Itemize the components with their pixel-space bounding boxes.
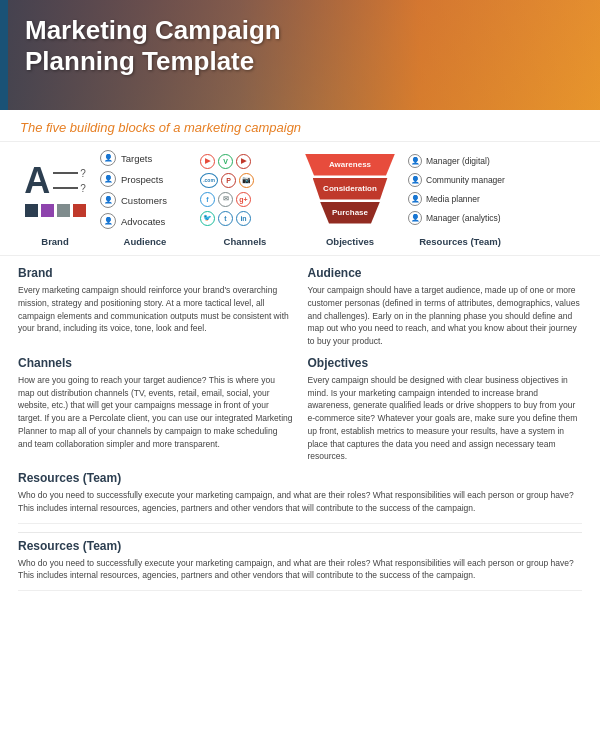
two-col-2: Channels How are you going to reach your… bbox=[18, 356, 582, 463]
ch-facebook-icon: f bbox=[200, 192, 215, 207]
resources-title-2: Resources (Team) bbox=[18, 539, 582, 553]
resource-media-planner: 👤 Media planner bbox=[408, 192, 512, 206]
brand-letter-a: A bbox=[24, 163, 50, 199]
channel-row-1: ▶ V ▶ bbox=[200, 154, 290, 169]
label-brand: Brand bbox=[15, 234, 95, 249]
targets-icon: 👤 bbox=[100, 150, 116, 166]
brand-letter-block: A ? ? bbox=[24, 163, 86, 199]
ch-tumblr-icon: t bbox=[218, 211, 233, 226]
audience-title: Audience bbox=[308, 266, 583, 280]
swatch-4 bbox=[73, 204, 86, 217]
header-content: Marketing Campaign Planning Template bbox=[25, 15, 580, 77]
funnel-consideration: Consideration bbox=[313, 178, 388, 200]
diagram-labels: Brand Audience Channels Objectives Resou… bbox=[15, 234, 585, 249]
ch-website-icon: .com bbox=[200, 173, 218, 188]
resources-text-2: Who do you need to successfully execute … bbox=[18, 557, 582, 583]
label-objectives: Objectives bbox=[295, 234, 405, 249]
brand-text: Every marketing campaign should reinforc… bbox=[18, 284, 293, 335]
two-col-1: Brand Every marketing campaign should re… bbox=[18, 266, 582, 348]
subtitle-text: The five building blocks of a marketing … bbox=[20, 120, 301, 135]
resource-manager-digital: 👤 Manager (digital) bbox=[408, 154, 512, 168]
swatch-2 bbox=[41, 204, 54, 217]
ch-instagram-icon: 📷 bbox=[239, 173, 254, 188]
subtitle: The five building blocks of a marketing … bbox=[0, 110, 600, 142]
section-objectives: Objectives Every campaign should be desi… bbox=[308, 356, 583, 463]
title-line1: Marketing Campaign bbox=[25, 15, 281, 45]
resources-column: 👤 Manager (digital) 👤 Community manager … bbox=[405, 154, 515, 225]
channels-title: Channels bbox=[18, 356, 293, 370]
audience-text: Your campaign should have a target audie… bbox=[308, 284, 583, 348]
audience-targets: 👤 Targets bbox=[100, 150, 190, 166]
brand-column: A ? ? bbox=[15, 163, 95, 217]
resource-label-2: Community manager bbox=[426, 175, 505, 185]
brand-line-1 bbox=[53, 172, 78, 174]
resource-icon-2: 👤 bbox=[408, 173, 422, 187]
divider bbox=[18, 532, 582, 533]
header-blue-bar bbox=[0, 0, 8, 110]
audience-advocates: 👤 Advocates bbox=[100, 213, 190, 229]
awareness-label: Awareness bbox=[329, 160, 371, 169]
ch-twitter-icon: 🐦 bbox=[200, 211, 215, 226]
funnel-awareness: Awareness bbox=[305, 154, 395, 176]
objectives-text: Every campaign should be designed with c… bbox=[308, 374, 583, 463]
resource-community-manager: 👤 Community manager bbox=[408, 173, 512, 187]
prospects-icon: 👤 bbox=[100, 171, 116, 187]
resource-label-3: Media planner bbox=[426, 194, 480, 204]
objectives-title: Objectives bbox=[308, 356, 583, 370]
diagram-grid: A ? ? bbox=[15, 150, 585, 229]
audience-prospects: 👤 Prospects bbox=[100, 171, 190, 187]
audience-customers: 👤 Customers bbox=[100, 192, 190, 208]
brand-swatches bbox=[25, 204, 86, 217]
section-brand: Brand Every marketing campaign should re… bbox=[18, 266, 293, 348]
brand-title: Brand bbox=[18, 266, 293, 280]
audience-column: 👤 Targets 👤 Prospects 👤 Customers 👤 Advo… bbox=[95, 150, 195, 229]
advocates-label: Advocates bbox=[121, 216, 165, 227]
objectives-column: Awareness Consideration Purchase bbox=[295, 154, 405, 226]
ch-youtube-icon: ▶ bbox=[200, 154, 215, 169]
channels-text: How are you going to reach your target a… bbox=[18, 374, 293, 451]
channel-row-2: .com P 📷 bbox=[200, 173, 290, 188]
label-audience: Audience bbox=[95, 234, 195, 249]
swatch-3 bbox=[57, 204, 70, 217]
targets-label: Targets bbox=[121, 153, 152, 164]
ch-pinterest-icon: P bbox=[221, 173, 236, 188]
purchase-label: Purchase bbox=[332, 208, 368, 217]
brand-q2: ? bbox=[80, 183, 86, 194]
section-resources-1: Resources (Team) Who do you need to succ… bbox=[18, 471, 582, 524]
customers-label: Customers bbox=[121, 195, 167, 206]
content-area: Brand Every marketing campaign should re… bbox=[0, 256, 600, 609]
diagram-section: A ? ? bbox=[0, 142, 600, 256]
consideration-label: Consideration bbox=[323, 184, 377, 193]
customers-icon: 👤 bbox=[100, 192, 116, 208]
label-resources: Resources (Team) bbox=[405, 234, 515, 249]
ch-linkedin-icon: in bbox=[236, 211, 251, 226]
ch-gplus-icon: g+ bbox=[236, 192, 251, 207]
brand-q1: ? bbox=[80, 168, 86, 179]
resources-text-1: Who do you need to successfully execute … bbox=[18, 489, 582, 515]
label-channels: Channels bbox=[195, 234, 295, 249]
brand-line-2 bbox=[53, 187, 78, 189]
ch-email-icon: ✉ bbox=[218, 192, 233, 207]
section-channels: Channels How are you going to reach your… bbox=[18, 356, 293, 463]
resource-icon-3: 👤 bbox=[408, 192, 422, 206]
header: Marketing Campaign Planning Template bbox=[0, 0, 600, 110]
header-title: Marketing Campaign Planning Template bbox=[25, 15, 580, 77]
section-resources-2: Resources (Team) Who do you need to succ… bbox=[18, 539, 582, 592]
ch-vine-icon: V bbox=[218, 154, 233, 169]
resource-label-4: Manager (analytics) bbox=[426, 213, 501, 223]
title-line2: Planning Template bbox=[25, 46, 254, 76]
ch-video-icon: ▶ bbox=[236, 154, 251, 169]
resource-label-1: Manager (digital) bbox=[426, 156, 490, 166]
funnel-purchase: Purchase bbox=[320, 202, 380, 224]
channels-column: ▶ V ▶ .com P 📷 f ✉ g+ 🐦 t in bbox=[195, 154, 295, 226]
resource-manager-analytics: 👤 Manager (analytics) bbox=[408, 211, 512, 225]
section-audience: Audience Your campaign should have a tar… bbox=[308, 266, 583, 348]
page: Marketing Campaign Planning Template The… bbox=[0, 0, 600, 730]
resource-icon-4: 👤 bbox=[408, 211, 422, 225]
advocates-icon: 👤 bbox=[100, 213, 116, 229]
brand-lines: ? ? bbox=[53, 168, 86, 194]
prospects-label: Prospects bbox=[121, 174, 163, 185]
swatch-1 bbox=[25, 204, 38, 217]
resources-title-1: Resources (Team) bbox=[18, 471, 582, 485]
resource-icon-1: 👤 bbox=[408, 154, 422, 168]
